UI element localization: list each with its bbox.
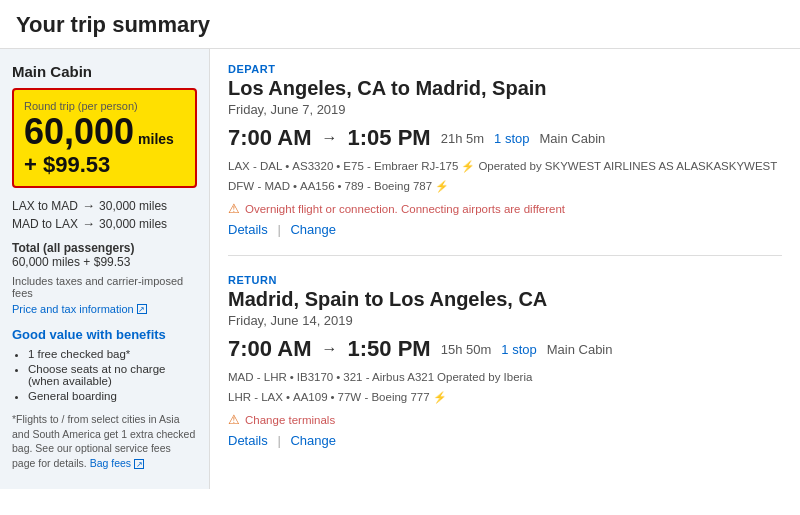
benefit-item: 1 free checked bag* <box>28 348 197 360</box>
details-link[interactable]: Details <box>228 222 268 237</box>
segment-sep: • <box>293 177 297 197</box>
bag-fees-link[interactable]: Bag fees <box>90 457 131 469</box>
plus-cash: + $99.53 <box>24 152 185 178</box>
segment-sep: • <box>290 368 294 388</box>
segment-row-0-1: DFW - MAD • AA156 • 789 - Boeing 787 ⚡ <box>228 177 782 197</box>
miles-row: 60,000 miles <box>24 114 185 150</box>
route-row: LAX to MAD → 30,000 miles <box>12 198 197 213</box>
flight-duration: 15h 50m <box>441 342 492 357</box>
details-link[interactable]: Details <box>228 433 268 448</box>
segment-sep2: • <box>331 388 335 408</box>
warning-row: ⚠ Overnight flight or connection. Connec… <box>228 201 782 216</box>
bag-fees-external-icon: ↗ <box>134 459 144 469</box>
time-arrow-icon: → <box>322 129 338 147</box>
time-arrow-icon: → <box>322 340 338 358</box>
price-box: Round trip (per person) 60,000 miles + $… <box>12 88 197 188</box>
segment-sep: • <box>286 388 290 408</box>
main-content: DEPART Los Angeles, CA to Madrid, Spain … <box>210 49 800 489</box>
segment-row-1-1: LHR - LAX • AA109 • 77W - Boeing 777 ⚡ <box>228 388 782 408</box>
stop-link[interactable]: 1 stop <box>494 131 529 146</box>
arrive-time: 1:05 PM <box>348 125 431 151</box>
content-area: Main Cabin Round trip (per person) 60,00… <box>0 49 800 489</box>
route-table: LAX to MAD → 30,000 miles MAD to LAX → 3… <box>12 198 197 231</box>
footnote: *Flights to / from select cities in Asia… <box>12 412 197 471</box>
action-divider: | <box>277 433 280 448</box>
segment-from: MAD - LHR <box>228 368 287 388</box>
flight-route: Los Angeles, CA to Madrid, Spain <box>228 77 782 100</box>
route-arrow-icon: → <box>82 198 95 213</box>
action-links: Details | Change <box>228 222 782 237</box>
segment-flight: IB3170 <box>297 368 333 388</box>
includes-text: Includes taxes and carrier-imposed fees <box>12 275 197 299</box>
flight-times: 7:00 AM → 1:50 PM 15h 50m 1 stop Main Ca… <box>228 336 782 362</box>
flight-section-1: RETURN Madrid, Spain to Los Angeles, CA … <box>228 274 782 466</box>
action-divider: | <box>277 222 280 237</box>
segment-from: LAX - DAL <box>228 157 282 177</box>
benefit-item: Choose seats at no charge (when availabl… <box>28 363 197 387</box>
benefit-item: General boarding <box>28 390 197 402</box>
segment-sep2: • <box>336 368 340 388</box>
segment-flight: AS3320 <box>292 157 333 177</box>
segment-sep2: • <box>336 157 340 177</box>
route-miles: 30,000 miles <box>99 199 167 213</box>
cabin-label: Main Cabin <box>540 131 606 146</box>
flight-segments: LAX - DAL • AS3320 • E75 - Embraer RJ-17… <box>228 157 782 196</box>
price-tax-link-text: Price and tax information <box>12 303 134 315</box>
external-link-icon: ↗ <box>137 304 147 314</box>
flight-route: Madrid, Spain to Los Angeles, CA <box>228 288 782 311</box>
segment-operated: Operated by SKYWEST AIRLINES AS ALASKASK… <box>478 157 777 177</box>
miles-label: miles <box>138 132 174 146</box>
segment-aircraft: 321 - Airbus A321 <box>343 368 434 388</box>
segment-aircraft: 77W - Boeing 777 <box>338 388 430 408</box>
stop-link[interactable]: 1 stop <box>501 342 536 357</box>
segment-operated: Operated by Iberia <box>437 368 532 388</box>
warning-icon: ⚠ <box>228 201 240 216</box>
sidebar: Main Cabin Round trip (per person) 60,00… <box>0 49 210 489</box>
flight-segments: MAD - LHR • IB3170 • 321 - Airbus A321 O… <box>228 368 782 407</box>
page-title: Your trip summary <box>0 0 800 49</box>
total-value: 60,000 miles + $99.53 <box>12 255 130 269</box>
arrive-time: 1:50 PM <box>348 336 431 362</box>
cabin-title: Main Cabin <box>12 63 197 80</box>
warning-text: Change terminals <box>245 414 335 426</box>
route-code: MAD to LAX <box>12 217 78 231</box>
flight-date: Friday, June 7, 2019 <box>228 102 782 117</box>
segment-sep: • <box>285 157 289 177</box>
segment-flight: AA109 <box>293 388 328 408</box>
wifi-icon: ⚡ <box>461 157 475 176</box>
segment-from: DFW - MAD <box>228 177 290 197</box>
warning-row: ⚠ Change terminals <box>228 412 782 427</box>
flight-times: 7:00 AM → 1:05 PM 21h 5m 1 stop Main Cab… <box>228 125 782 151</box>
segment-aircraft: 789 - Boeing 787 <box>345 177 433 197</box>
total-label: Total (all passengers) <box>12 241 134 255</box>
change-link[interactable]: Change <box>290 433 336 448</box>
route-arrow-icon: → <box>82 216 95 231</box>
action-links: Details | Change <box>228 433 782 448</box>
good-value-title: Good value with benefits <box>12 327 197 342</box>
segment-flight: AA156 <box>300 177 335 197</box>
segment-row-0-0: LAX - DAL • AS3320 • E75 - Embraer RJ-17… <box>228 157 782 177</box>
segment-row-1-0: MAD - LHR • IB3170 • 321 - Airbus A321 O… <box>228 368 782 388</box>
total-section: Total (all passengers) 60,000 miles + $9… <box>12 241 197 269</box>
benefits-list: 1 free checked bag*Choose seats at no ch… <box>12 348 197 402</box>
depart-time: 7:00 AM <box>228 125 312 151</box>
change-link[interactable]: Change <box>290 222 336 237</box>
price-tax-link[interactable]: Price and tax information ↗ <box>12 303 197 315</box>
cabin-label: Main Cabin <box>547 342 613 357</box>
wifi-icon: ⚡ <box>435 177 449 196</box>
route-code: LAX to MAD <box>12 199 78 213</box>
flight-section-0: DEPART Los Angeles, CA to Madrid, Spain … <box>228 63 782 256</box>
warning-text: Overnight flight or connection. Connecti… <box>245 203 565 215</box>
flight-date: Friday, June 14, 2019 <box>228 313 782 328</box>
miles-number: 60,000 <box>24 114 134 150</box>
segment-sep2: • <box>338 177 342 197</box>
route-miles: 30,000 miles <box>99 217 167 231</box>
route-row: MAD to LAX → 30,000 miles <box>12 216 197 231</box>
flight-type-label: DEPART <box>228 63 782 75</box>
depart-time: 7:00 AM <box>228 336 312 362</box>
segment-aircraft: E75 - Embraer RJ-175 <box>343 157 458 177</box>
segment-from: LHR - LAX <box>228 388 283 408</box>
warning-icon: ⚠ <box>228 412 240 427</box>
flight-type-label: RETURN <box>228 274 782 286</box>
flight-duration: 21h 5m <box>441 131 484 146</box>
